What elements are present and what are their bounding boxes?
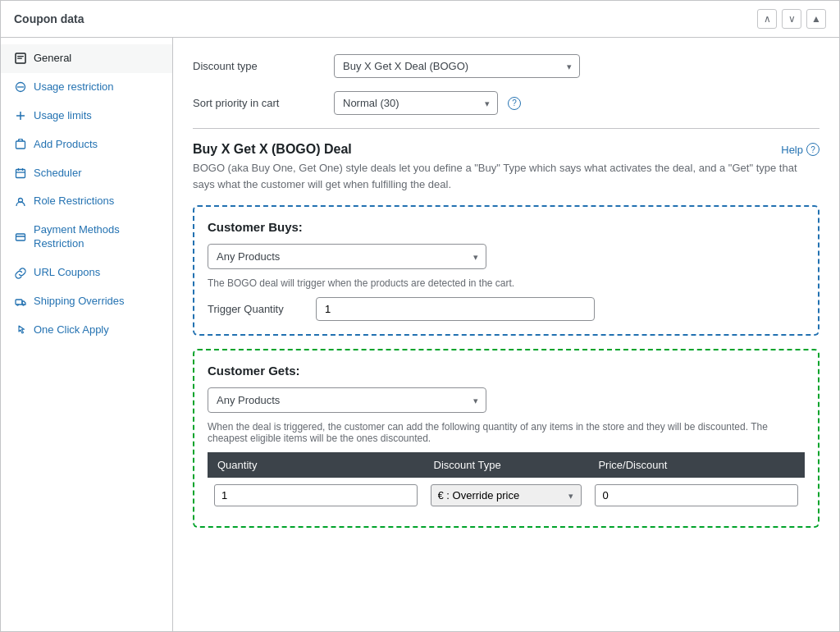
- gets-quantity-input[interactable]: [214, 484, 418, 506]
- buys-product-select-wrapper: Any Products Specific Products Specific …: [208, 244, 486, 269]
- svg-rect-7: [16, 141, 25, 149]
- main-content: Discount type Buy X Get X Deal (BOGO) So…: [173, 38, 839, 631]
- sort-priority-help-icon[interactable]: ?: [508, 97, 521, 110]
- sidebar-item-scheduler[interactable]: Scheduler: [1, 159, 172, 188]
- gets-table-header-row: Quantity Discount Type Price/Discount: [208, 452, 805, 478]
- role-icon: [14, 195, 27, 208]
- sidebar-payment-label: Payment Methods Restriction: [34, 223, 159, 251]
- table-row: € : Override price % : Percentage € : Fi…: [208, 478, 805, 513]
- customer-buys-box: Customer Buys: Any Products Specific Pro…: [193, 205, 819, 336]
- gets-col-price-discount: Price/Discount: [588, 452, 805, 478]
- sidebar-item-payment-methods[interactable]: Payment Methods Restriction: [1, 216, 172, 259]
- plus-icon: [14, 109, 27, 122]
- help-link[interactable]: Help ?: [781, 143, 819, 156]
- gets-col-discount-type: Discount Type: [424, 452, 589, 478]
- gets-discount-type-select[interactable]: € : Override price % : Percentage € : Fi…: [431, 484, 582, 506]
- sidebar-scheduler-label: Scheduler: [34, 167, 82, 181]
- gets-col-quantity: Quantity: [208, 452, 424, 478]
- sidebar-item-general[interactable]: General: [1, 44, 172, 73]
- buys-product-select[interactable]: Any Products Specific Products Specific …: [208, 244, 486, 269]
- sidebar-item-role-restrictions[interactable]: Role Restrictions: [1, 187, 172, 216]
- customer-gets-title: Customer Gets:: [208, 364, 805, 378]
- help-label: Help: [781, 144, 803, 156]
- click-icon: [14, 323, 27, 337]
- sort-priority-label: Sort priority in cart: [193, 97, 324, 109]
- buys-note: The BOGO deal will trigger when the prod…: [208, 277, 805, 289]
- sidebar-role-restrictions-label: Role Restrictions: [34, 195, 114, 208]
- sidebar-item-add-products[interactable]: Add Products: [1, 131, 172, 159]
- svg-rect-2: [17, 58, 22, 59]
- gets-note: When the deal is triggered, the customer…: [208, 421, 805, 444]
- sidebar-item-usage-limits[interactable]: Usage limits: [1, 102, 172, 131]
- main-layout: General Usage restriction Usage limits: [1, 38, 839, 631]
- divider-1: [193, 128, 819, 129]
- discount-type-row: Discount type Buy X Get X Deal (BOGO): [193, 54, 819, 78]
- sidebar-item-url-coupons[interactable]: URL Coupons: [1, 259, 172, 287]
- gets-product-select[interactable]: Any Products Specific Products Specific …: [208, 387, 486, 413]
- title-bar: Coupon data ∧ ∨ ▲: [1, 1, 839, 38]
- sort-priority-row: Sort priority in cart Normal (30) ?: [193, 91, 819, 115]
- discount-type-label: Discount type: [193, 60, 324, 72]
- help-circle-icon: ?: [806, 143, 819, 156]
- bogo-section-title: Buy X Get X (BOGO) Deal Help ?: [193, 142, 819, 157]
- restriction-icon: [14, 80, 27, 94]
- title-bar-controls: ∧ ∨ ▲: [757, 9, 826, 29]
- svg-rect-8: [16, 170, 25, 178]
- sidebar-shipping-overrides-label: Shipping Overrides: [34, 295, 125, 309]
- sidebar-url-coupons-label: URL Coupons: [34, 266, 100, 280]
- bogo-description: BOGO (aka Buy One, Get One) style deals …: [193, 160, 819, 192]
- link-icon: [14, 267, 27, 280]
- discount-type-wrapper: Buy X Get X Deal (BOGO): [334, 54, 580, 78]
- svg-rect-1: [17, 56, 24, 57]
- trigger-quantity-label: Trigger Quantity: [208, 303, 306, 315]
- sidebar-item-shipping-overrides[interactable]: Shipping Overrides: [1, 287, 172, 316]
- products-icon: [14, 138, 27, 151]
- gets-table: Quantity Discount Type Price/Discount: [208, 452, 805, 513]
- sidebar: General Usage restriction Usage limits: [1, 38, 173, 631]
- gets-price-discount-input[interactable]: [595, 484, 798, 506]
- sidebar-item-one-click-apply[interactable]: One Click Apply: [1, 316, 172, 345]
- sidebar-usage-limits-label: Usage limits: [34, 109, 92, 123]
- sidebar-general-label: General: [34, 52, 71, 66]
- gets-discount-type-cell: € : Override price % : Percentage € : Fi…: [424, 478, 589, 513]
- window-title: Coupon data: [14, 12, 84, 25]
- svg-rect-13: [16, 234, 25, 240]
- trigger-quantity-row: Trigger Quantity: [208, 297, 805, 321]
- discount-type-select[interactable]: Buy X Get X Deal (BOGO): [334, 54, 580, 78]
- collapse-button[interactable]: ∧: [757, 9, 777, 29]
- customer-buys-title: Customer Buys:: [208, 220, 805, 234]
- sort-priority-wrapper: Normal (30): [334, 91, 498, 115]
- sidebar-item-usage-restriction[interactable]: Usage restriction: [1, 73, 172, 102]
- svg-rect-15: [16, 300, 22, 305]
- trigger-quantity-input[interactable]: [316, 297, 595, 321]
- bogo-title-text: Buy X Get X (BOGO) Deal: [193, 142, 352, 157]
- sidebar-add-products-label: Add Products: [34, 138, 98, 152]
- sidebar-usage-restriction-label: Usage restriction: [34, 80, 114, 94]
- gets-product-select-wrapper: Any Products Specific Products Specific …: [208, 387, 486, 413]
- expand-button[interactable]: ∨: [782, 9, 801, 29]
- tag-icon: [14, 52, 27, 65]
- sidebar-one-click-apply-label: One Click Apply: [34, 323, 109, 337]
- shipping-icon: [14, 295, 27, 308]
- fullscreen-button[interactable]: ▲: [806, 9, 826, 29]
- calendar-icon: [14, 167, 27, 180]
- gets-price-discount-cell: [588, 478, 805, 513]
- payment-icon: [14, 231, 27, 244]
- customer-gets-box: Customer Gets: Any Products Specific Pro…: [193, 349, 819, 528]
- coupon-data-window: Coupon data ∧ ∨ ▲ General Usage restrict…: [0, 0, 840, 632]
- gets-row-quantity-cell: [208, 478, 424, 513]
- sort-priority-select[interactable]: Normal (30): [334, 91, 498, 115]
